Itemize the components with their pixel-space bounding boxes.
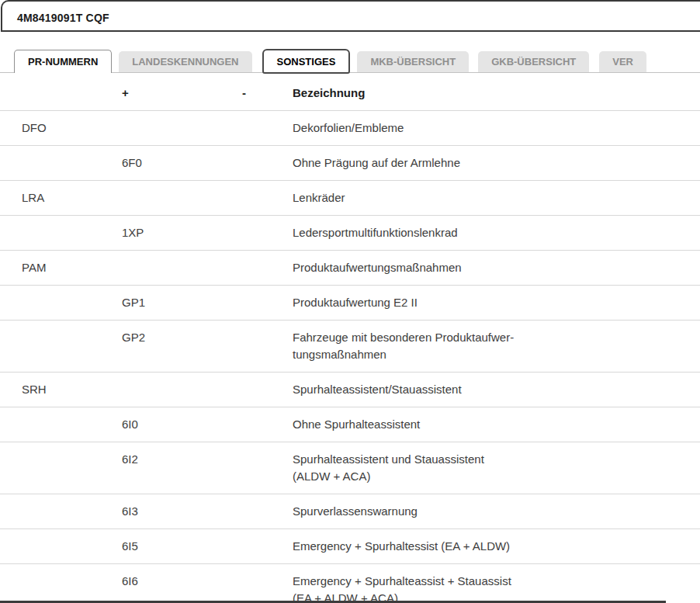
table-row: 6I3 Spurverlassenswarnung [0,494,700,529]
pr-code-plus [122,181,242,216]
pr-code-minus [242,442,293,494]
description: Produktaufwertungsmaßnahmen [293,251,700,286]
tab-bar: PR-NUMMERN LANDESKENNUNGEN SONSTIGES MKB… [0,49,700,73]
pr-code-minus [242,216,293,251]
description: Emergency + Spurhalteassist + Stauassist… [293,564,700,603]
table-row: 1XP Ledersportmultifunktionslenkrad [0,216,700,251]
pr-code-plus [122,373,242,407]
tab-landeskennungen[interactable]: LANDESKENNUNGEN [119,51,251,72]
pr-code-plus: 6I0 [122,407,242,442]
pr-code-minus [242,373,293,407]
tab-mkb-uebersicht[interactable]: MKB-ÜBERSICHT [357,51,469,72]
description: Ledersportmultifunktionslenkrad [293,216,700,251]
table-row: LRA Lenkräder [0,181,700,216]
description: Dekorfolien/Embleme [293,111,700,146]
group-code [0,146,122,181]
group-code [0,216,122,251]
table-row: SRH Spurhalteassistent/Stauassistent [0,373,700,407]
tab-pr-nummern[interactable]: PR-NUMMERN [14,50,112,73]
description: Fahrzeuge mit besonderen Produktaufwer- … [293,321,700,373]
pr-code-minus [242,146,293,181]
pr-code-minus [242,407,293,442]
pr-code-plus: 6I6 [122,564,242,603]
group-code: PAM [0,251,122,286]
table-row: 6I0 Ohne Spurhalteassistent [0,407,700,442]
pr-code-minus [242,529,293,564]
pr-code-minus [242,564,293,603]
col-header-minus: - [242,76,293,111]
tab-ver-clipped[interactable]: VER [599,51,646,72]
table-row: GP1 Produktaufwertung E2 II [0,286,700,321]
col-header-plus: + [122,76,242,111]
pr-code-minus [242,321,293,373]
pr-code-minus [242,181,293,216]
table-header-row: + - Bezeichnung [0,76,700,111]
description: Lenkräder [293,181,700,216]
group-code [0,321,122,373]
part-number-panel: 4M8419091T CQF [1,0,700,32]
group-code: SRH [0,373,122,407]
pr-code-plus: GP2 [122,321,242,373]
table-row: PAM Produktaufwertungsmaßnahmen [0,251,700,286]
pr-code-plus: 6I5 [122,529,242,564]
description: Spurhalteassistent und Stauassistent (AL… [293,442,700,494]
pr-code-plus: GP1 [122,286,242,321]
table-row: 6I5 Emergency + Spurhaltessist (EA + ALD… [0,529,700,564]
pr-code-minus [242,111,293,146]
pr-code-plus: 1XP [122,216,242,251]
description: Emergency + Spurhaltessist (EA + ALDW) [293,529,700,564]
tab-gkb-uebersicht[interactable]: GKB-ÜBERSICHT [478,51,589,72]
description: Spurverlassenswarnung [293,494,700,529]
description: Produktaufwertung E2 II [293,286,700,321]
pr-code-plus [122,111,242,146]
group-code [0,286,122,321]
group-code: LRA [0,181,122,216]
description: Spurhalteassistent/Stauassistent [293,373,700,407]
col-header-group [0,76,122,111]
pr-code-minus [242,494,293,529]
tab-sonstiges[interactable]: SONSTIGES [262,49,351,74]
group-code: DFO [0,111,122,146]
group-code [0,494,122,529]
pr-code-plus: 6I3 [122,494,242,529]
pr-code-plus: 6F0 [122,146,242,181]
description: Ohne Spurhalteassistent [293,407,700,442]
part-number-label: 4M8419091T CQF [2,2,700,24]
group-code [0,407,122,442]
description: Ohne Prägung auf der Armlehne [293,146,700,181]
table-row: 6I2 Spurhalteassistent und Stauassistent… [0,442,700,494]
pr-number-table: + - Bezeichnung DFO Dekorfolien/Embleme … [0,76,700,603]
table-row: 6I6 Emergency + Spurhalteassist + Stauas… [0,564,700,603]
table-row: DFO Dekorfolien/Embleme [0,111,700,146]
col-header-description: Bezeichnung [293,76,700,111]
group-code [0,564,122,603]
table-row: GP2 Fahrzeuge mit besonderen Produktaufw… [0,321,700,373]
pr-code-plus: 6I2 [122,442,242,494]
pr-code-minus [242,286,293,321]
pr-code-plus [122,251,242,286]
group-code [0,442,122,494]
group-code [0,529,122,564]
table-row: 6F0 Ohne Prägung auf der Armlehne [0,146,700,181]
pr-code-minus [242,251,293,286]
